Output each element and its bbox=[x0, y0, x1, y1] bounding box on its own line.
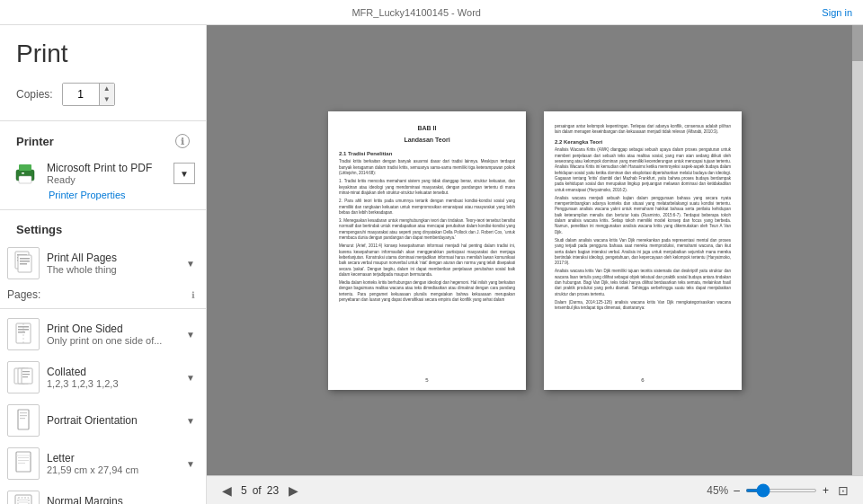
zoom-plus: + bbox=[823, 484, 829, 497]
page6-body2: Analisis wacana menjadi sebuah kajian da… bbox=[555, 196, 731, 235]
collated-item[interactable]: Collated 1,2,3 1,2,3 1,2,3 ▼ bbox=[0, 356, 206, 399]
one-sided-item[interactable]: Print One Sided Only print on one side o… bbox=[0, 313, 206, 356]
page6-body5: Dalam (Darma, 2014:125-126) analisis wac… bbox=[555, 300, 731, 312]
collated-text: Collated 1,2,3 1,2,3 1,2,3 bbox=[47, 366, 179, 389]
print-all-pages-sub: The whole thing bbox=[47, 264, 179, 275]
print-all-pages-icon-box bbox=[7, 247, 40, 279]
print-all-pages-arrow: ▼ bbox=[186, 259, 195, 269]
divider-2 bbox=[0, 209, 206, 210]
printer-properties-link[interactable]: Printer Properties bbox=[49, 190, 195, 200]
collated-main: Collated bbox=[47, 366, 179, 378]
page6-body1: Analisis Wacana Kritis (AWK) dianggap se… bbox=[555, 147, 731, 192]
page-navigation: ◀ 5 of 23 ▶ bbox=[218, 482, 302, 500]
next-page-button[interactable]: ▶ bbox=[284, 482, 302, 500]
settings-section-header: Settings bbox=[0, 214, 206, 242]
filename-label: MFR_Lucky14100145 - Word bbox=[351, 7, 480, 18]
zoom-level-label: 45% bbox=[707, 484, 728, 497]
collated-arrow: ▼ bbox=[186, 373, 195, 383]
one-sided-main: Print One Sided bbox=[47, 323, 179, 335]
pages-all-icon bbox=[13, 251, 33, 276]
svg-rect-1 bbox=[19, 164, 31, 171]
margins-text: Normal Margins Top: 2,54 cm Bottom: 2,5.… bbox=[47, 495, 179, 504]
printer-section: Microsoft Print to PDF Ready ▼ Printer P… bbox=[0, 154, 206, 206]
paper-size-item[interactable]: Letter 21,59 cm x 27,94 cm ▼ bbox=[0, 442, 206, 485]
svg-rect-11 bbox=[20, 263, 27, 265]
svg-rect-21 bbox=[22, 374, 30, 375]
copies-down-button[interactable]: ▼ bbox=[100, 94, 114, 105]
zoom-slider[interactable] bbox=[745, 489, 817, 492]
orientation-text: Portrait Orientation bbox=[47, 414, 179, 427]
svg-rect-29 bbox=[18, 457, 29, 458]
copies-up-button[interactable]: ▲ bbox=[100, 84, 114, 94]
printer-name-row: Microsoft Print to PDF Ready ▼ bbox=[11, 159, 195, 188]
one-sided-sub: Only print on one side of... bbox=[47, 335, 179, 346]
portrait-icon bbox=[13, 408, 33, 433]
one-sided-text: Print One Sided Only print on one side o… bbox=[47, 323, 179, 346]
paper-size-icon bbox=[13, 451, 33, 476]
bottom-bar: ◀ 5 of 23 ▶ 45% – + ⊡ bbox=[207, 475, 863, 504]
pages-info-icon[interactable]: ℹ bbox=[191, 290, 195, 300]
zoom-fit-button[interactable]: ⊡ bbox=[834, 482, 852, 500]
margins-icon bbox=[13, 494, 33, 504]
copies-input[interactable] bbox=[63, 84, 99, 105]
page5-item1: 1. Tradisi kritis mencoba memahami siste… bbox=[339, 179, 515, 196]
collated-icon-box bbox=[7, 361, 40, 393]
page5-body1: Tradisi kritis berkaitan dengan banyak a… bbox=[339, 159, 515, 176]
paper-size-text: Letter 21,59 cm x 27,94 cm bbox=[47, 452, 179, 475]
margins-item[interactable]: Normal Margins Top: 2,54 cm Bottom: 2,5.… bbox=[0, 485, 206, 504]
page-preview-5: BAB II Landasan Teori 2.1 Tradisi Peneli… bbox=[328, 111, 526, 390]
current-page: 5 bbox=[241, 484, 247, 497]
print-all-pages-main: Print All Pages bbox=[47, 252, 179, 264]
svg-rect-15 bbox=[18, 332, 25, 333]
svg-rect-35 bbox=[19, 502, 28, 503]
copies-row: Copies: ▲ ▼ bbox=[0, 79, 206, 117]
total-pages: 23 bbox=[267, 484, 279, 497]
page6-section1: persaingan antar kelompok kepentingan. T… bbox=[555, 124, 731, 136]
page5-title: BAB II bbox=[339, 124, 515, 133]
svg-rect-22 bbox=[22, 376, 28, 377]
page5-subtitle: Landasan Teori bbox=[339, 136, 515, 145]
pages-label: Pages: bbox=[7, 288, 184, 301]
printer-section-header: Printer ℹ bbox=[0, 125, 206, 154]
orientation-icon-box bbox=[7, 404, 40, 437]
printer-name: Microsoft Print to PDF bbox=[47, 162, 166, 174]
printer-status: Ready bbox=[47, 174, 166, 185]
printer-icon bbox=[11, 159, 40, 188]
svg-rect-9 bbox=[20, 258, 30, 260]
svg-rect-2 bbox=[19, 176, 31, 183]
page6-section2: 2.2 Kerangka Teori bbox=[555, 138, 731, 146]
one-sided-icon bbox=[13, 322, 33, 347]
paper-size-icon-box bbox=[7, 447, 40, 480]
margins-main: Normal Margins bbox=[47, 495, 179, 504]
orientation-item[interactable]: Portrait Orientation ▼ bbox=[0, 399, 206, 442]
page5-section: 2.1 Tradisi Penelitian bbox=[339, 150, 515, 157]
sign-in-label[interactable]: Sign in bbox=[822, 7, 852, 18]
scrollbar-thumb[interactable] bbox=[852, 25, 863, 61]
printer-info-icon[interactable]: ℹ bbox=[175, 134, 190, 148]
top-bar-right: Sign in bbox=[822, 7, 852, 18]
paper-size-sub: 21,59 cm x 27,94 cm bbox=[47, 464, 179, 475]
one-sided-arrow: ▼ bbox=[186, 330, 195, 340]
print-all-pages-item[interactable]: Print All Pages The whole thing ▼ bbox=[0, 242, 206, 285]
prev-page-button[interactable]: ◀ bbox=[218, 482, 236, 500]
svg-rect-24 bbox=[20, 412, 27, 413]
zoom-controls: 45% – + ⊡ bbox=[707, 482, 852, 500]
collated-icon bbox=[13, 365, 33, 390]
page5-item2: 2. Para ahli teori kritis pada umumnya t… bbox=[339, 199, 515, 216]
divider-3 bbox=[0, 308, 206, 309]
divider-1 bbox=[0, 120, 206, 121]
scrollbar[interactable] bbox=[852, 25, 863, 475]
orientation-main: Portrait Orientation bbox=[47, 414, 179, 427]
svg-rect-30 bbox=[18, 460, 29, 461]
orientation-arrow: ▼ bbox=[186, 416, 195, 426]
page5-number: 5 bbox=[425, 376, 428, 384]
page6-body3: Studi dalam analisis wacana kritis Van D… bbox=[555, 238, 731, 266]
page-preview-6: persaingan antar kelompok kepentingan. T… bbox=[544, 111, 742, 390]
printer-dropdown-button[interactable]: ▼ bbox=[173, 163, 195, 184]
main-layout: Print Copies: ▲ ▼ Printer ℹ bbox=[0, 25, 863, 504]
printer-label: Printer bbox=[16, 135, 54, 148]
paper-size-main: Letter bbox=[47, 452, 179, 464]
page6-number: 6 bbox=[641, 376, 644, 384]
paper-size-arrow: ▼ bbox=[186, 459, 195, 469]
page5-menurut: Menurut (Arief, 2011:4) konsep kesepaham… bbox=[339, 243, 515, 278]
